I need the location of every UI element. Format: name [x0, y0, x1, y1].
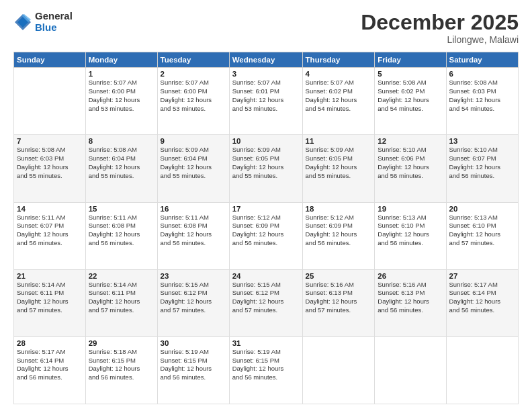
location-subtitle: Lilongwe, Malawi [361, 34, 519, 45]
day-number: 3 [232, 70, 300, 78]
day-info: Sunrise: 5:12 AM Sunset: 6:09 PM Dayligh… [306, 214, 372, 248]
table-row: 19Sunrise: 5:13 AM Sunset: 6:10 PM Dayli… [375, 202, 446, 269]
table-row: 29Sunrise: 5:18 AM Sunset: 6:15 PM Dayli… [85, 336, 157, 404]
day-number: 26 [378, 272, 443, 280]
day-number: 1 [89, 70, 154, 78]
day-number: 17 [232, 205, 300, 213]
table-row: 12Sunrise: 5:10 AM Sunset: 6:06 PM Dayli… [375, 135, 446, 202]
table-row: 10Sunrise: 5:09 AM Sunset: 6:05 PM Dayli… [229, 135, 302, 202]
calendar-week-row: 14Sunrise: 5:11 AM Sunset: 6:07 PM Dayli… [14, 202, 519, 269]
table-row: 9Sunrise: 5:09 AM Sunset: 6:04 PM Daylig… [157, 135, 229, 202]
day-number: 25 [306, 272, 372, 280]
day-info: Sunrise: 5:12 AM Sunset: 6:09 PM Dayligh… [232, 214, 300, 248]
page-header: General Blue December 2025 Lilongwe, Mal… [13, 11, 519, 45]
day-number: 7 [17, 137, 83, 145]
month-title: December 2025 [361, 11, 519, 34]
calendar-week-row: 21Sunrise: 5:14 AM Sunset: 6:11 PM Dayli… [14, 269, 519, 336]
table-row: 3Sunrise: 5:07 AM Sunset: 6:01 PM Daylig… [229, 68, 302, 135]
table-row [302, 336, 375, 404]
day-number: 10 [232, 137, 300, 145]
day-info: Sunrise: 5:09 AM Sunset: 6:05 PM Dayligh… [232, 146, 300, 180]
table-row: 18Sunrise: 5:12 AM Sunset: 6:09 PM Dayli… [302, 202, 375, 269]
day-number: 11 [306, 137, 372, 145]
table-row: 11Sunrise: 5:09 AM Sunset: 6:05 PM Dayli… [302, 135, 375, 202]
day-number: 24 [232, 272, 300, 280]
day-info: Sunrise: 5:16 AM Sunset: 6:13 PM Dayligh… [306, 281, 372, 315]
day-info: Sunrise: 5:15 AM Sunset: 6:12 PM Dayligh… [161, 281, 226, 315]
day-info: Sunrise: 5:18 AM Sunset: 6:15 PM Dayligh… [89, 348, 154, 382]
day-number: 20 [449, 205, 516, 213]
logo-general: General [35, 11, 73, 22]
day-info: Sunrise: 5:13 AM Sunset: 6:10 PM Dayligh… [449, 214, 516, 248]
table-row: 13Sunrise: 5:10 AM Sunset: 6:07 PM Dayli… [446, 135, 519, 202]
header-thursday: Thursday [302, 52, 375, 68]
table-row: 26Sunrise: 5:16 AM Sunset: 6:13 PM Dayli… [375, 269, 446, 336]
day-info: Sunrise: 5:07 AM Sunset: 6:00 PM Dayligh… [89, 79, 154, 113]
day-number: 28 [17, 339, 83, 347]
title-area: December 2025 Lilongwe, Malawi [361, 11, 519, 45]
logo-text: General Blue [35, 11, 73, 33]
day-info: Sunrise: 5:10 AM Sunset: 6:06 PM Dayligh… [378, 146, 443, 180]
day-info: Sunrise: 5:13 AM Sunset: 6:10 PM Dayligh… [378, 214, 443, 248]
day-info: Sunrise: 5:08 AM Sunset: 6:03 PM Dayligh… [449, 79, 516, 113]
day-info: Sunrise: 5:07 AM Sunset: 6:01 PM Dayligh… [232, 79, 300, 113]
table-row: 20Sunrise: 5:13 AM Sunset: 6:10 PM Dayli… [446, 202, 519, 269]
header-saturday: Saturday [446, 52, 519, 68]
day-number: 21 [17, 272, 83, 280]
day-number: 5 [378, 70, 443, 78]
table-row [14, 68, 86, 135]
day-info: Sunrise: 5:07 AM Sunset: 6:02 PM Dayligh… [306, 79, 372, 113]
day-info: Sunrise: 5:14 AM Sunset: 6:11 PM Dayligh… [17, 281, 83, 315]
day-number: 4 [306, 70, 372, 78]
day-info: Sunrise: 5:15 AM Sunset: 6:12 PM Dayligh… [232, 281, 300, 315]
day-number: 27 [449, 272, 516, 280]
day-number: 12 [378, 137, 443, 145]
logo: General Blue [13, 11, 73, 33]
table-row: 17Sunrise: 5:12 AM Sunset: 6:09 PM Dayli… [229, 202, 302, 269]
day-number: 18 [306, 205, 372, 213]
day-number: 19 [378, 205, 443, 213]
day-number: 13 [449, 137, 516, 145]
day-info: Sunrise: 5:19 AM Sunset: 6:15 PM Dayligh… [161, 348, 226, 382]
logo-blue: Blue [35, 22, 73, 34]
day-info: Sunrise: 5:14 AM Sunset: 6:11 PM Dayligh… [89, 281, 154, 315]
day-number: 29 [89, 339, 154, 347]
day-number: 23 [161, 272, 226, 280]
day-info: Sunrise: 5:09 AM Sunset: 6:05 PM Dayligh… [306, 146, 372, 180]
day-info: Sunrise: 5:11 AM Sunset: 6:08 PM Dayligh… [89, 214, 154, 248]
day-info: Sunrise: 5:19 AM Sunset: 6:15 PM Dayligh… [232, 348, 300, 382]
day-number: 9 [161, 137, 226, 145]
table-row: 14Sunrise: 5:11 AM Sunset: 6:07 PM Dayli… [14, 202, 86, 269]
table-row: 23Sunrise: 5:15 AM Sunset: 6:12 PM Dayli… [157, 269, 229, 336]
calendar-week-row: 1Sunrise: 5:07 AM Sunset: 6:00 PM Daylig… [14, 68, 519, 135]
calendar-page: General Blue December 2025 Lilongwe, Mal… [0, 0, 532, 411]
day-info: Sunrise: 5:10 AM Sunset: 6:07 PM Dayligh… [449, 146, 516, 180]
calendar-week-row: 7Sunrise: 5:08 AM Sunset: 6:03 PM Daylig… [14, 135, 519, 202]
day-info: Sunrise: 5:11 AM Sunset: 6:08 PM Dayligh… [161, 214, 226, 248]
table-row [446, 336, 519, 404]
table-row: 16Sunrise: 5:11 AM Sunset: 6:08 PM Dayli… [157, 202, 229, 269]
day-number: 22 [89, 272, 154, 280]
day-info: Sunrise: 5:09 AM Sunset: 6:04 PM Dayligh… [161, 146, 226, 180]
table-row: 24Sunrise: 5:15 AM Sunset: 6:12 PM Dayli… [229, 269, 302, 336]
header-sunday: Sunday [14, 52, 86, 68]
day-info: Sunrise: 5:17 AM Sunset: 6:14 PM Dayligh… [449, 281, 516, 315]
table-row: 2Sunrise: 5:07 AM Sunset: 6:00 PM Daylig… [157, 68, 229, 135]
table-row: 21Sunrise: 5:14 AM Sunset: 6:11 PM Dayli… [14, 269, 86, 336]
day-number: 15 [89, 205, 154, 213]
table-row: 1Sunrise: 5:07 AM Sunset: 6:00 PM Daylig… [85, 68, 157, 135]
day-number: 6 [449, 70, 516, 78]
weekday-header-row: Sunday Monday Tuesday Wednesday Thursday… [14, 52, 519, 68]
day-number: 2 [161, 70, 226, 78]
table-row: 22Sunrise: 5:14 AM Sunset: 6:11 PM Dayli… [85, 269, 157, 336]
table-row: 4Sunrise: 5:07 AM Sunset: 6:02 PM Daylig… [302, 68, 375, 135]
table-row: 31Sunrise: 5:19 AM Sunset: 6:15 PM Dayli… [229, 336, 302, 404]
day-info: Sunrise: 5:08 AM Sunset: 6:04 PM Dayligh… [89, 146, 154, 180]
day-number: 31 [232, 339, 300, 347]
table-row: 7Sunrise: 5:08 AM Sunset: 6:03 PM Daylig… [14, 135, 86, 202]
table-row: 5Sunrise: 5:08 AM Sunset: 6:02 PM Daylig… [375, 68, 446, 135]
logo-icon [13, 13, 32, 32]
table-row: 6Sunrise: 5:08 AM Sunset: 6:03 PM Daylig… [446, 68, 519, 135]
table-row [375, 336, 446, 404]
day-info: Sunrise: 5:08 AM Sunset: 6:03 PM Dayligh… [17, 146, 83, 180]
